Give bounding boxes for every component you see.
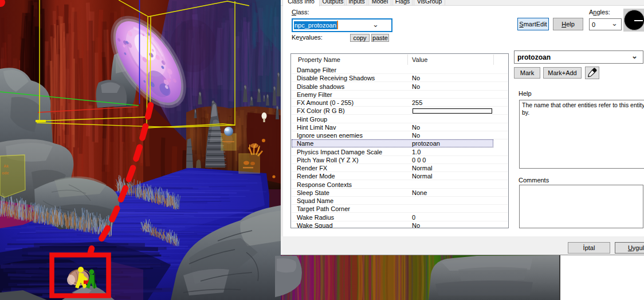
svg-text:Ak: Ak [3,164,9,168]
svg-text:ode: ode [2,171,9,175]
